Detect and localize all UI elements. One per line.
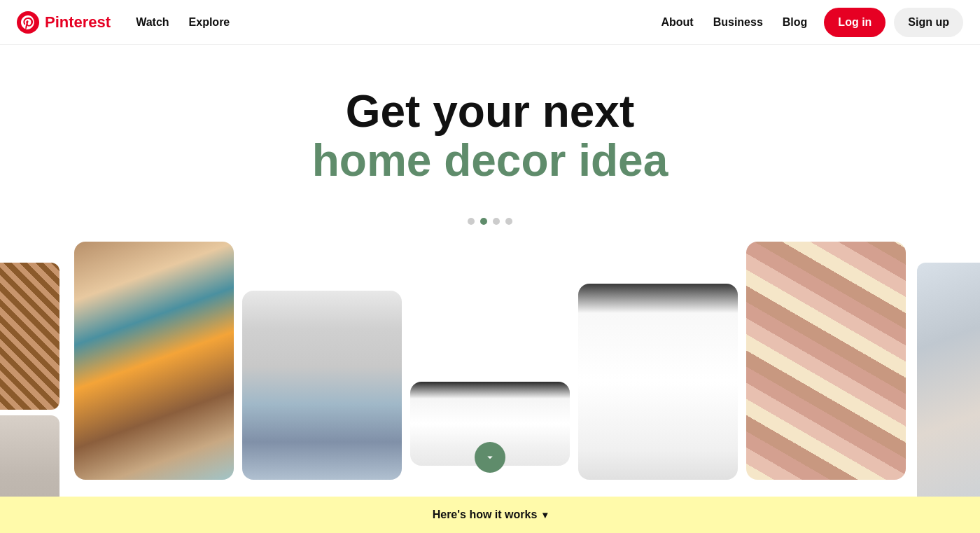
chevron-down-button[interactable] bbox=[475, 442, 505, 473]
chevron-down-icon bbox=[484, 451, 496, 464]
how-it-works-bar[interactable]: Here's how it works ▾ bbox=[0, 497, 980, 533]
nav-links: Watch Explore bbox=[127, 11, 238, 34]
card-floral-stairs[interactable] bbox=[746, 242, 906, 480]
card-bedroom-mural-image bbox=[74, 242, 234, 480]
dot-1[interactable] bbox=[468, 218, 475, 225]
edge-card-top[interactable] bbox=[0, 263, 59, 410]
card-bedroom-mural[interactable] bbox=[74, 242, 234, 480]
hero-title-line1: Get your next bbox=[312, 87, 668, 136]
watch-link[interactable]: Watch bbox=[127, 11, 177, 34]
pinterest-logo[interactable]: Pinterest bbox=[17, 11, 111, 34]
hero-section: Get your next home decor idea bbox=[0, 0, 980, 480]
signup-button[interactable]: Sign up bbox=[894, 8, 963, 37]
edge-card-right-image bbox=[917, 263, 980, 529]
card-sink-marble-image bbox=[242, 291, 402, 480]
card-center-wrapper bbox=[410, 382, 570, 466]
dot-3[interactable] bbox=[493, 218, 500, 225]
hero-text: Get your next home decor idea bbox=[298, 45, 682, 207]
edge-card-top-image bbox=[0, 263, 59, 410]
login-button[interactable]: Log in bbox=[824, 8, 886, 37]
about-link[interactable]: About bbox=[652, 11, 701, 34]
nav-right-links: About Business Blog bbox=[652, 11, 816, 34]
pinterest-logo-icon bbox=[17, 11, 39, 34]
dot-2[interactable] bbox=[480, 218, 487, 225]
navbar: Pinterest Watch Explore About Business B… bbox=[0, 0, 980, 45]
svg-point-0 bbox=[17, 11, 39, 34]
dot-4[interactable] bbox=[505, 218, 512, 225]
image-row bbox=[0, 242, 980, 480]
carousel-dots bbox=[468, 218, 512, 225]
nav-right: About Business Blog Log in Sign up bbox=[652, 8, 963, 37]
explore-link[interactable]: Explore bbox=[181, 11, 239, 34]
card-sink-marble[interactable] bbox=[242, 291, 402, 480]
card-bathtub[interactable] bbox=[578, 284, 738, 480]
hero-title-line2: home decor idea bbox=[312, 136, 668, 185]
blog-link[interactable]: Blog bbox=[774, 11, 816, 34]
business-link[interactable]: Business bbox=[705, 11, 771, 34]
nav-left: Pinterest Watch Explore bbox=[17, 11, 238, 34]
card-bathtub-image bbox=[578, 284, 738, 480]
how-it-works-chevron: ▾ bbox=[542, 509, 547, 520]
card-floral-stairs-image bbox=[746, 242, 906, 480]
edge-card-right[interactable] bbox=[917, 263, 980, 529]
how-it-works-label: Here's how it works bbox=[433, 508, 538, 521]
logo-wordmark: Pinterest bbox=[45, 13, 111, 32]
